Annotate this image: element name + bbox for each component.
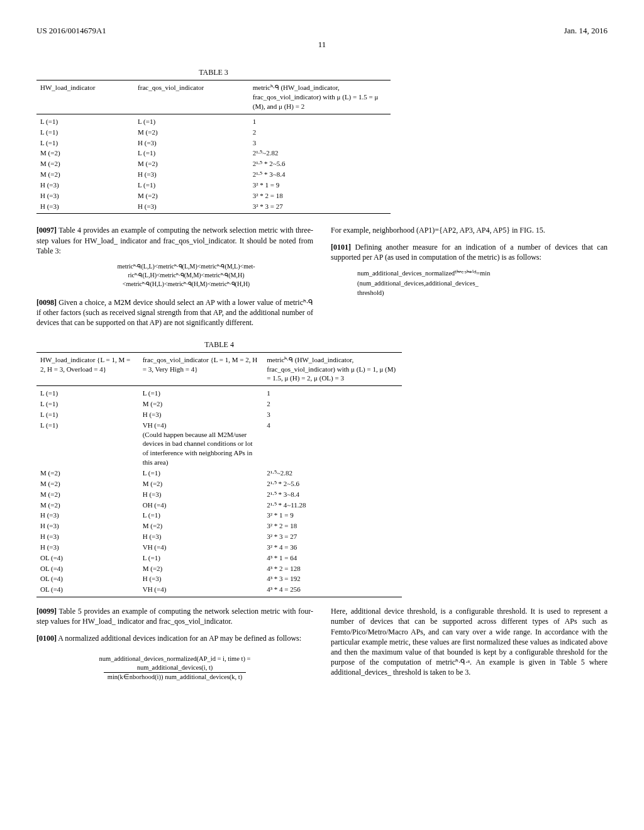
table-row: OL (=4)VH (=4)4³ * 4 = 256 [36, 584, 402, 597]
table-cell: 2¹·⁵~2.82 [249, 148, 391, 158]
table-row: L (=1)M (=2)2 [36, 127, 391, 138]
table-cell: M (=2) [139, 521, 264, 531]
table-row: M (=2)H (=3)2¹·⁵ * 3~8.4 [36, 489, 402, 500]
table-cell: L (=1) [139, 386, 264, 399]
table-cell: L (=1) [36, 127, 134, 138]
table-cell: L (=1) [139, 468, 264, 479]
table-cell: 1 [263, 386, 402, 399]
para-label: [0101] [331, 243, 351, 252]
table-cell: M (=2) [139, 479, 264, 489]
table-cell: H (=3) [36, 180, 134, 191]
table-cell: 3² * 3 = 27 [263, 531, 402, 542]
table-cell: M (=2) [134, 191, 249, 201]
table-cell: 2 [249, 127, 391, 138]
table-row: L (=1)M (=2)2 [36, 399, 402, 409]
table-cell: 4 [263, 420, 402, 468]
table-cell: M (=2) [36, 468, 139, 479]
t4-head-c2: frac_qos_viol_indicator {L = 1, M = 2, H… [139, 352, 264, 386]
table-cell: L (=1) [36, 399, 139, 409]
table-row: L (=1)L (=1)1 [36, 386, 402, 399]
para-text: Table 4 provides an example of computing… [36, 226, 313, 255]
table-cell: 4³ * 3 = 192 [263, 573, 402, 584]
table-cell: 1 [249, 114, 391, 126]
table-cell: H (=3) [134, 169, 249, 180]
formula-97: metricʰ·ᑫ(L,L)<metricʰ·ᑫ(L,M)<metricʰ·ᑫ(… [59, 262, 313, 289]
table-cell: H (=3) [36, 201, 134, 214]
table-cell: M (=2) [139, 563, 264, 574]
right-bottom-para: Here, additional device threshold, is a … [331, 606, 608, 677]
table-row: OL (=4)M (=2)4³ * 2 = 128 [36, 563, 402, 574]
table-cell: 4³ * 4 = 256 [263, 584, 402, 597]
table-cell: L (=1) [139, 510, 264, 521]
table-cell: L (=1) [139, 553, 264, 563]
table-cell: 2¹·⁵ * 4~11.28 [263, 500, 402, 511]
table-cell: 4³ * 1 = 64 [263, 553, 402, 563]
para-98: [0098] Given a choice, a M2M device shou… [36, 297, 313, 328]
table-row: M (=2)M (=2)2¹·⁵ * 2~5.6 [36, 158, 391, 169]
table-row: H (=3)M (=2)3² * 2 = 18 [36, 521, 402, 531]
table-cell: 2¹·⁵~2.82 [263, 468, 402, 479]
table-cell: M (=2) [134, 127, 249, 138]
formula-100: num_additional_devices_normalized(AP_id … [36, 655, 313, 682]
table-row: M (=2)L (=1)2¹·⁵~2.82 [36, 468, 402, 479]
table-cell: L (=1) [36, 138, 134, 148]
t3-head-c2: frac_qos_viol_indicator [134, 80, 249, 114]
right-col-bottom: Here, additional device threshold, is a … [331, 606, 608, 683]
table-4-block: TABLE 4 HW_load_indicator {L = 1, M = 2,… [36, 340, 402, 598]
left-col-bottom: [0099] Table 5 provides an example of co… [36, 606, 313, 683]
table-cell: M (=2) [36, 148, 134, 158]
para-label: [0099] [36, 607, 57, 616]
right-example: For example, neighborhood (AP1)={AP2, AP… [331, 225, 608, 235]
table-cell: 4³ * 2 = 128 [263, 563, 402, 574]
table-cell: 2¹·⁵ * 3~8.4 [263, 489, 402, 500]
table-cell: 3² * 1 = 9 [249, 180, 391, 191]
table-row: M (=2)OH (=4)2¹·⁵ * 4~11.28 [36, 500, 402, 511]
table-cell: OL (=4) [36, 563, 139, 574]
table-cell: M (=2) [139, 399, 264, 409]
table-cell: OL (=4) [36, 573, 139, 584]
formula-100-frac: num_additional_devices(i, t) min(k∈nborh… [104, 663, 246, 682]
table-cell: H (=3) [139, 489, 264, 500]
table-row: L (=1)H (=3)3 [36, 409, 402, 420]
table-row: H (=3)L (=1)3² * 1 = 9 [36, 510, 402, 521]
formula-100-num: num_additional_devices(i, t) [104, 663, 246, 673]
table-cell: H (=3) [36, 531, 139, 542]
table-cell: L (=1) [134, 114, 249, 126]
table-3: HW_load_indicator frac_qos_viol_indicato… [36, 80, 391, 214]
para-99: [0099] Table 5 provides an example of co… [36, 606, 313, 626]
t4-head-c1: HW_load_indicator {L = 1, M = 2, H = 3, … [36, 352, 139, 386]
t4-head-c3: metricʰ·ᑫ (HW_load_indicator, frac_qos_v… [263, 352, 402, 386]
t3-head-c3: metricʰ·ᑫ (HW_load_indicator, frac_qos_v… [249, 80, 391, 114]
table-row: OL (=4)L (=1)4³ * 1 = 64 [36, 553, 402, 563]
publication-number: US 2016/0014679A1 [36, 25, 106, 36]
page-number: 11 [36, 39, 608, 50]
table-cell: 3² * 3 = 27 [249, 201, 391, 214]
table-cell: L (=1) [36, 114, 134, 126]
para-label: [0097] [36, 226, 57, 235]
table-cell: L (=1) [36, 420, 139, 468]
table-4: HW_load_indicator {L = 1, M = 2, H = 3, … [36, 352, 402, 597]
table-row: H (=3)M (=2)3² * 2 = 18 [36, 191, 391, 201]
table-cell: 2 [263, 399, 402, 409]
table-3-caption: TABLE 3 [36, 67, 391, 77]
table-row: L (=1)H (=3)3 [36, 138, 391, 148]
right-col-mid: For example, neighborhood (AP1)={AP2, AP… [331, 225, 608, 334]
formula-100-lhs: num_additional_devices_normalized(AP_id … [36, 655, 313, 663]
table-cell: 2¹·⁵ * 2~5.6 [263, 479, 402, 489]
table-cell: H (=3) [139, 531, 264, 542]
table-cell: H (=3) [139, 409, 264, 420]
table-cell: H (=3) [139, 573, 264, 584]
table-cell: 2¹·⁵ * 3~8.4 [249, 169, 391, 180]
table-cell: VH (=4) [139, 584, 264, 597]
table-3-block: TABLE 3 HW_load_indicator frac_qos_viol_… [36, 67, 391, 214]
table-cell: M (=2) [36, 500, 139, 511]
table-cell: L (=1) [134, 148, 249, 158]
table-cell: M (=2) [36, 489, 139, 500]
table-cell: L (=1) [36, 386, 139, 399]
table-cell: 3 [263, 409, 402, 420]
table-row: M (=2)M (=2)2¹·⁵ * 2~5.6 [36, 479, 402, 489]
table-cell: L (=1) [134, 180, 249, 191]
mid-columns: [0097] Table 4 provides an example of co… [36, 225, 608, 334]
table-row: M (=2)L (=1)2¹·⁵~2.82 [36, 148, 391, 158]
formula-101: num_additional_devices_normalizedᵗʰʳᵉˢʰᵒ… [357, 268, 608, 298]
